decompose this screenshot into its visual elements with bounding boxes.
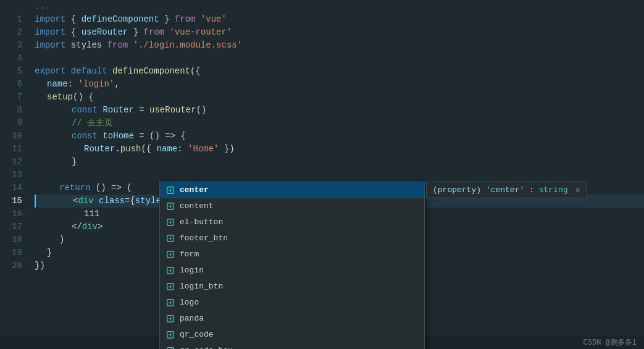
tooltip-text: (property) 'center' : string bbox=[433, 185, 568, 195]
property-icon bbox=[165, 313, 176, 324]
property-icon bbox=[165, 217, 176, 228]
property-icon bbox=[165, 185, 176, 196]
autocomplete-item-logo[interactable]: logo bbox=[160, 295, 424, 311]
autocomplete-item-qr-code-box[interactable]: qr_code_box bbox=[160, 343, 424, 349]
autocomplete-item-el-button[interactable]: el-button bbox=[160, 214, 424, 230]
autocomplete-item-label: center bbox=[180, 183, 209, 197]
autocomplete-dropdown[interactable]: center content el-button footer_btn bbox=[159, 182, 425, 349]
autocomplete-item-form[interactable]: form bbox=[160, 246, 424, 263]
code-line-5: export default defineComponent ({ bbox=[35, 65, 644, 78]
property-icon bbox=[165, 329, 176, 340]
autocomplete-item-label: footer_btn bbox=[180, 232, 228, 245]
property-icon bbox=[165, 265, 176, 276]
code-line-6: name : 'login' , bbox=[35, 78, 644, 91]
autocomplete-item-label: content bbox=[180, 200, 214, 213]
autocomplete-item-label: el-button bbox=[180, 216, 223, 229]
code-line-11: Router . push ({ name : 'Home' }) bbox=[35, 143, 644, 156]
code-line-7: setup () { bbox=[35, 91, 644, 104]
tooltip-close-button[interactable]: ✕ bbox=[575, 185, 580, 195]
autocomplete-item-center[interactable]: center bbox=[160, 182, 424, 198]
autocomplete-item-label: form bbox=[180, 248, 199, 261]
autocomplete-item-label: qr_code bbox=[180, 328, 214, 342]
autocomplete-item-login-btn[interactable]: login_btn bbox=[160, 279, 424, 295]
autocomplete-item-label: login_btn bbox=[180, 280, 223, 293]
property-icon bbox=[165, 281, 176, 292]
line-numbers: 1 2 3 4 5 6 7 8 9 10 11 12 13 14 15 16 1… bbox=[0, 0, 30, 335]
code-line-12: } bbox=[35, 156, 644, 169]
code-line-13 bbox=[35, 169, 644, 182]
autocomplete-item-label: panda bbox=[180, 312, 204, 326]
code-line-3: import styles from './login.module.scss' bbox=[35, 39, 644, 52]
autocomplete-item-login[interactable]: login bbox=[160, 263, 424, 279]
property-icon bbox=[165, 249, 176, 260]
code-line-4 bbox=[35, 52, 644, 65]
autocomplete-item-footer-btn[interactable]: footer_btn bbox=[160, 230, 424, 246]
property-icon bbox=[165, 233, 176, 244]
autocomplete-item-qr-code[interactable]: qr_code bbox=[160, 327, 424, 343]
property-icon bbox=[165, 297, 176, 308]
autocomplete-item-panda[interactable]: panda bbox=[160, 311, 424, 327]
property-icon bbox=[165, 345, 176, 349]
autocomplete-item-label: qr_code_box bbox=[180, 344, 233, 349]
code-line-1: import { defineComponent } from 'vue' bbox=[35, 13, 644, 26]
code-line-8: const Router = useRouter () bbox=[35, 104, 644, 117]
code-line-ellipsis: ... bbox=[35, 0, 644, 13]
status-label: CSDN @鹏多多i bbox=[583, 337, 637, 348]
property-icon bbox=[165, 201, 176, 212]
code-line-9: // 去主页 bbox=[35, 117, 644, 130]
autocomplete-item-label: login bbox=[180, 264, 204, 277]
autocomplete-item-content[interactable]: content bbox=[160, 198, 424, 214]
autocomplete-item-label: logo bbox=[180, 296, 199, 309]
code-line-10: const toHome = () => { bbox=[35, 130, 644, 143]
info-tooltip: (property) 'center' : string ✕ bbox=[426, 182, 587, 198]
code-line-2: import { useRouter } from 'vue-router' bbox=[35, 26, 644, 39]
